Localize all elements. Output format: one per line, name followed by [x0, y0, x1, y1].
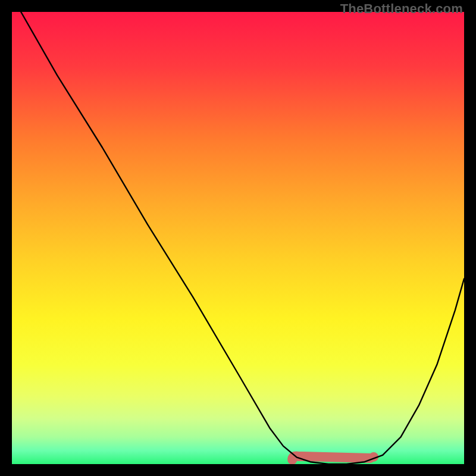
- watermark-text: TheBottleneck.com: [340, 1, 463, 17]
- gradient-background: [12, 12, 464, 464]
- chart-svg: [12, 12, 464, 464]
- chart-frame: TheBottleneck.com: [0, 0, 476, 476]
